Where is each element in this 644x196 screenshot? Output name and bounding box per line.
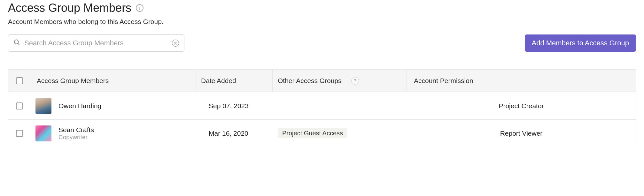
member-name[interactable]: Owen Harding [58,102,101,110]
search-icon [13,39,20,47]
search-input[interactable] [24,39,172,47]
column-header-other-groups[interactable]: Other Access Groups [278,77,342,85]
svg-line-1 [18,43,19,45]
row-checkbox[interactable] [16,130,23,137]
add-members-button[interactable]: Add Members to Access Group [525,34,636,52]
info-icon[interactable]: i [136,4,144,12]
avatar[interactable] [35,98,51,114]
column-header-members[interactable]: Access Group Members [37,77,109,85]
members-table: Access Group Members Date Added Other Ac… [8,69,636,147]
account-permission: Report Viewer [500,130,543,137]
table-header: Access Group Members Date Added Other Ac… [8,69,636,92]
select-all-checkbox[interactable] [16,77,23,84]
access-group-tag[interactable]: Project Guest Access [278,128,347,138]
table-row: Owen Harding Sep 07, 2023 Project Creato… [8,92,636,120]
column-header-permission[interactable]: Account Permission [414,77,473,85]
table-row: Sean Crafts Copywriter Mar 16, 2020 Proj… [8,120,636,147]
member-role: Copywriter [58,134,94,141]
search-container [8,34,184,52]
account-permission: Project Creator [499,102,544,110]
page-title: Access Group Members [8,1,131,15]
clear-search-icon[interactable] [172,40,179,47]
row-checkbox[interactable] [16,102,23,109]
avatar[interactable] [35,125,51,141]
date-added: Mar 16, 2020 [209,130,248,137]
date-added: Sep 07, 2023 [209,102,249,110]
member-name[interactable]: Sean Crafts [58,126,94,134]
column-header-date[interactable]: Date Added [201,77,236,85]
page-subtitle: Account Members who belong to this Acces… [8,18,636,26]
help-icon[interactable]: ? [351,77,359,85]
svg-point-0 [14,40,19,44]
